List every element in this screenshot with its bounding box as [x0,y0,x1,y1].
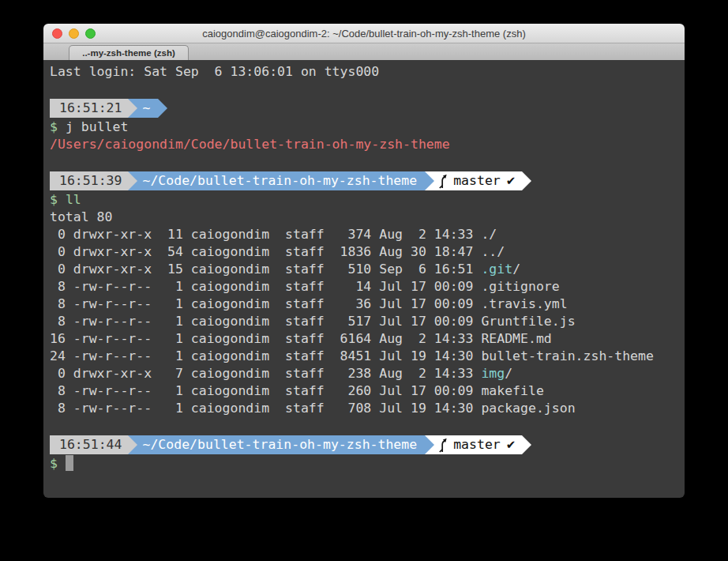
window-title: caiogondim@caiogondim-2: ~/Code/bullet-t… [43,28,685,40]
terminal-screen[interactable]: Last login: Sat Sep 6 13:06:01 on ttys00… [43,60,685,498]
powerline-separator-icon [425,171,434,190]
git-branch-icon [437,174,448,189]
command-text: j bullet [66,119,128,134]
listing-row: 0 drwxr-xr-x 54 caiogondim staff 1836 Au… [50,243,678,261]
listing-row: 8 -rw-r--r-- 1 caiogondim staff 36 Jul 1… [50,296,678,313]
jump-output-line: /Users/caiogondim/Code/bullet-train-oh-m… [50,136,678,153]
command-text: ll [66,192,81,207]
prompt-symbol: $ [50,119,58,134]
prompt-symbol: $ [50,456,58,471]
prompt-time-segment: 16:51:21 [50,99,128,118]
powerline-separator-icon [128,99,137,118]
prompt-symbol: $ [50,192,58,207]
listing-row: 0 drwxr-xr-x 7 caiogondim staff 238 Aug … [50,365,678,382]
listing-row: 24 -rw-r--r-- 1 caiogondim staff 8451 Ju… [50,348,678,365]
git-clean-check-icon: ✔ [506,171,516,190]
prompt-time-segment: 16:51:39 [50,171,128,190]
prompt-path-segment: ~/Code/bullet-train-oh-my-zsh-theme [137,435,425,454]
minimize-button[interactable] [69,28,79,39]
listing-row: 16 -rw-r--r-- 1 caiogondim staff 6164 Au… [50,330,678,348]
powerline-separator-icon [522,171,531,190]
git-branch-name: master [453,171,501,190]
git-branch-icon [437,438,448,453]
prompt-line: 16:51:39 ~/Code/bullet-train-oh-my-zsh-t… [50,171,678,190]
powerline-separator-icon [128,171,137,190]
command-line: $j bullet [50,119,678,136]
command-line: $ll [50,191,678,209]
text-cursor [66,455,73,471]
title-bar[interactable]: caiogondim@caiogondim-2: ~/Code/bullet-t… [43,24,685,43]
powerline-separator-icon [522,435,531,454]
prompt-git-segment: master ✔ [434,435,522,454]
traffic-lights [52,28,96,39]
zoom-button[interactable] [85,28,96,39]
git-clean-check-icon: ✔ [506,435,516,454]
listing-row: 8 -rw-r--r-- 1 caiogondim staff 260 Jul … [50,382,678,400]
tab-label: ..-my-zsh-theme (zsh) [82,48,175,58]
listing-row: 8 -rw-r--r-- 1 caiogondim staff 708 Jul … [50,400,678,417]
file-listing: 0 drwxr-xr-x 11 caiogondim staff 374 Aug… [50,226,678,417]
last-login-line: Last login: Sat Sep 6 13:06:01 on ttys00… [50,63,678,81]
tab-active[interactable]: ..-my-zsh-theme (zsh) [69,45,189,60]
powerline-separator-icon [425,435,434,454]
git-branch-name: master [453,435,501,454]
listing-total-line: total 80 [50,209,678,226]
prompt-time-segment: 16:51:44 [50,435,128,454]
powerline-separator-icon [158,99,167,118]
tab-bar: ..-my-zsh-theme (zsh) [43,43,685,60]
prompt-path-segment: ~ [137,99,158,118]
terminal-window: caiogondim@caiogondim-2: ~/Code/bullet-t… [43,24,685,498]
powerline-separator-icon [128,435,137,454]
prompt-git-segment: master ✔ [434,171,522,190]
listing-row: 0 drwxr-xr-x 11 caiogondim staff 374 Aug… [50,226,678,243]
close-button[interactable] [52,28,62,39]
prompt-path-segment: ~/Code/bullet-train-oh-my-zsh-theme [137,171,425,190]
listing-row: 0 drwxr-xr-x 15 caiogondim staff 510 Sep… [50,261,678,278]
current-command-line: $ [50,455,678,473]
prompt-line: 16:51:21 ~ [50,99,678,118]
listing-row: 8 -rw-r--r-- 1 caiogondim staff 14 Jul 1… [50,278,678,296]
listing-row: 8 -rw-r--r-- 1 caiogondim staff 517 Jul … [50,313,678,330]
prompt-line: 16:51:44 ~/Code/bullet-train-oh-my-zsh-t… [50,435,678,454]
